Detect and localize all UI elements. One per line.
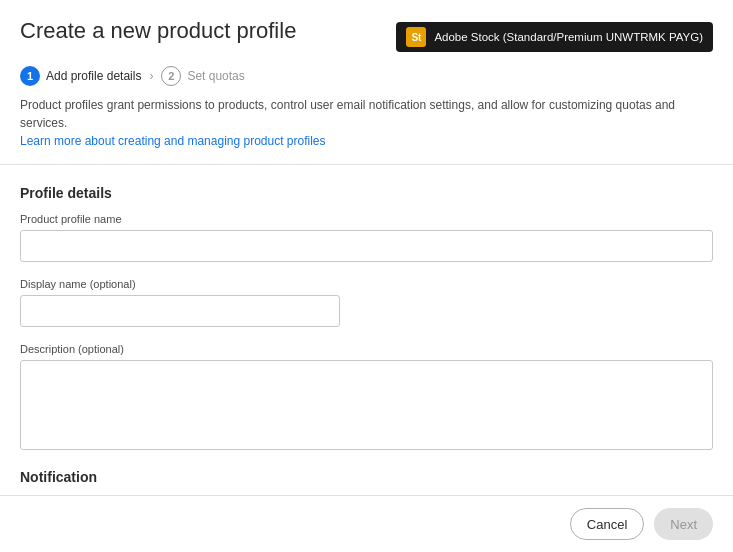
step-1: 1 Add profile details	[20, 66, 141, 86]
display-name-label: Display name (optional)	[20, 278, 713, 290]
step-2-circle: 2	[161, 66, 181, 86]
info-link[interactable]: Learn more about creating and managing p…	[20, 134, 326, 148]
product-profile-name-input[interactable]	[20, 230, 713, 262]
display-name-input[interactable]	[20, 295, 340, 327]
step-2-label: Set quotas	[187, 69, 244, 83]
product-profile-name-group: Product profile name	[20, 213, 713, 262]
product-badge: St Adobe Stock (Standard/Premium UNWTRMK…	[396, 22, 713, 52]
step-1-circle: 1	[20, 66, 40, 86]
product-badge-label: Adobe Stock (Standard/Premium UNWTRMK PA…	[434, 31, 703, 43]
step-1-label: Add profile details	[46, 69, 141, 83]
description-input[interactable]	[20, 360, 713, 450]
description-label: Description (optional)	[20, 343, 713, 355]
cancel-button[interactable]: Cancel	[570, 508, 644, 540]
divider	[0, 164, 733, 165]
info-description: Product profiles grant permissions to pr…	[20, 98, 675, 130]
product-profile-name-label: Product profile name	[20, 213, 713, 225]
page-title: Create a new product profile	[20, 18, 296, 44]
display-name-group: Display name (optional)	[20, 278, 713, 327]
next-button[interactable]: Next	[654, 508, 713, 540]
scrollable-content: Profile details Product profile name Dis…	[0, 171, 733, 495]
steps-row: 1 Add profile details › 2 Set quotas	[0, 66, 733, 96]
notification-section: Notification Notify users by email ▾	[20, 469, 713, 495]
profile-details-title: Profile details	[20, 185, 713, 201]
step-2: 2 Set quotas	[161, 66, 244, 86]
notification-title: Notification	[20, 469, 713, 485]
create-product-profile-dialog: Create a new product profile St Adobe St…	[0, 0, 733, 552]
dialog-header: Create a new product profile St Adobe St…	[0, 0, 733, 66]
step-separator: ›	[149, 69, 153, 83]
dialog-footer: Cancel Next	[0, 495, 733, 552]
description-group: Description (optional)	[20, 343, 713, 453]
info-section: Product profiles grant permissions to pr…	[0, 96, 733, 158]
product-badge-icon: St	[406, 27, 426, 47]
